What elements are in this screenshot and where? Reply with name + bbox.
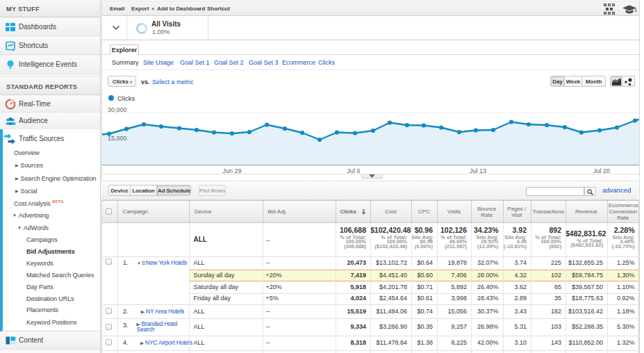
svg-text:15,000: 15,000: [108, 135, 127, 142]
svg-text:Jul 13: Jul 13: [470, 167, 486, 174]
svg-text:30,000: 30,000: [108, 106, 127, 113]
svg-text:Jul 6: Jul 6: [347, 167, 360, 174]
svg-text:Jul 20: Jul 20: [593, 167, 610, 174]
svg-text:Jun 29: Jun 29: [222, 167, 241, 174]
